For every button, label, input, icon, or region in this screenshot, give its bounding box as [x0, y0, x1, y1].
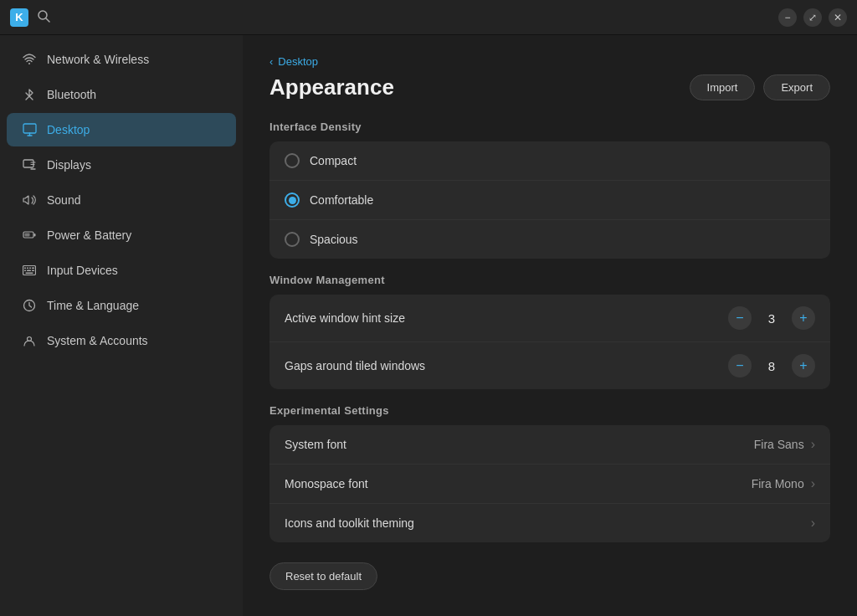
app-icon: K [10, 8, 28, 27]
sidebar-item-desktop[interactable]: Desktop [7, 113, 236, 146]
hint-size-row: Active window hint size − 3 + [269, 295, 830, 342]
system-font-row[interactable]: System font Fira Sans › [269, 425, 830, 465]
window-controls: − ⤢ ✕ [778, 8, 847, 27]
svg-rect-4 [23, 160, 33, 167]
icons-theming-label: Icons and toolkit theming [285, 516, 414, 530]
window-management-title: Window Management [269, 274, 830, 286]
reset-button[interactable]: Reset to default [269, 562, 377, 590]
export-button[interactable]: Export [763, 74, 830, 100]
radio-compact[interactable] [285, 153, 300, 168]
hint-size-label: Active window hint size [285, 311, 405, 325]
search-icon[interactable] [37, 9, 50, 26]
svg-rect-9 [24, 268, 26, 270]
mono-font-label: Monospace font [285, 477, 368, 490]
sidebar-item-time-label: Time & Language [47, 299, 139, 312]
gaps-label: Gaps around tiled windows [285, 359, 425, 372]
sidebar-item-sound-label: Sound [47, 193, 80, 207]
system-icon [22, 333, 37, 348]
sidebar-item-power[interactable]: Power & Battery [7, 218, 236, 252]
page-title: Appearance [269, 74, 394, 100]
system-font-label: System font [285, 438, 346, 451]
density-comfortable-label: Comfortable [310, 193, 373, 207]
input-icon [22, 263, 37, 278]
sidebar-item-system-label: System & Accounts [47, 334, 148, 347]
sound-icon [22, 192, 37, 208]
wifi-icon [22, 52, 37, 67]
close-button[interactable]: ✕ [829, 8, 847, 27]
radio-spacious[interactable] [285, 232, 300, 247]
minimize-button[interactable]: − [778, 8, 797, 27]
system-font-value: Fira Sans [754, 438, 804, 451]
displays-icon [22, 157, 37, 172]
gaps-value: 8 [763, 359, 780, 373]
hint-size-value: 3 [763, 311, 780, 326]
svg-rect-16 [26, 273, 33, 275]
mono-font-value: Fira Mono [752, 477, 804, 490]
interface-density-card: Compact Comfortable Spacious [269, 141, 830, 259]
sidebar-item-network-label: Network & Wireless [47, 53, 149, 66]
sidebar-item-displays-label: Displays [47, 158, 91, 172]
svg-rect-11 [29, 268, 31, 270]
main-layout: Network & Wireless Bluetooth [0, 35, 857, 616]
mono-font-row[interactable]: Monospace font Fira Mono › [269, 465, 830, 504]
page-header: Appearance Import Export [269, 74, 830, 100]
sidebar-item-network[interactable]: Network & Wireless [7, 43, 236, 76]
sidebar-item-displays[interactable]: Displays [7, 148, 236, 182]
sidebar-item-bluetooth[interactable]: Bluetooth [7, 78, 236, 111]
gaps-increase-button[interactable]: + [792, 354, 815, 377]
gaps-stepper: − 8 + [728, 354, 815, 377]
sidebar-item-sound[interactable]: Sound [7, 183, 236, 217]
density-spacious-label: Spacious [310, 233, 358, 246]
hint-size-increase-button[interactable]: + [792, 306, 815, 330]
sidebar-item-time[interactable]: Time & Language [7, 289, 236, 322]
time-icon [22, 298, 37, 313]
sidebar-item-power-label: Power & Battery [47, 228, 131, 242]
chevron-right-icon: › [811, 516, 815, 531]
svg-rect-6 [34, 234, 36, 237]
sidebar-item-desktop-label: Desktop [47, 123, 90, 136]
bluetooth-icon [22, 87, 37, 102]
density-compact-label: Compact [310, 154, 357, 167]
svg-rect-3 [23, 124, 36, 133]
svg-rect-7 [25, 234, 30, 237]
maximize-button[interactable]: ⤢ [803, 8, 822, 27]
breadcrumb-label: Desktop [278, 55, 318, 68]
window-management-card: Active window hint size − 3 + Gaps aroun… [269, 295, 830, 389]
svg-rect-14 [27, 270, 31, 272]
svg-line-1 [46, 18, 49, 22]
hint-size-stepper: − 3 + [728, 306, 815, 330]
gaps-decrease-button[interactable]: − [728, 354, 752, 377]
chevron-right-icon: › [811, 437, 815, 452]
svg-point-2 [28, 63, 30, 64]
radio-dot [289, 197, 296, 204]
system-font-value-group: Fira Sans › [754, 437, 815, 452]
sidebar-item-input[interactable]: Input Devices [7, 254, 236, 287]
svg-rect-10 [27, 268, 28, 270]
sidebar-item-bluetooth-label: Bluetooth [47, 88, 96, 101]
svg-rect-12 [32, 268, 34, 270]
density-option-spacious[interactable]: Spacious [269, 220, 830, 259]
gaps-row: Gaps around tiled windows − 8 + [269, 342, 830, 389]
breadcrumb-arrow: ‹ [269, 55, 273, 68]
radio-comfortable[interactable] [285, 192, 300, 208]
titlebar: K − ⤢ ✕ [0, 0, 857, 35]
mono-font-value-group: Fira Mono › [752, 476, 815, 491]
power-icon [22, 228, 37, 243]
sidebar: Network & Wireless Bluetooth [0, 35, 243, 616]
experimental-card: System font Fira Sans › Monospace font F… [269, 425, 830, 542]
sidebar-item-input-label: Input Devices [47, 264, 118, 277]
hint-size-decrease-button[interactable]: − [728, 306, 752, 330]
density-option-compact[interactable]: Compact [269, 141, 830, 181]
icons-theming-row[interactable]: Icons and toolkit theming › [269, 504, 830, 542]
desktop-icon [22, 122, 37, 137]
header-buttons: Import Export [690, 74, 830, 100]
breadcrumb[interactable]: ‹ Desktop [269, 55, 830, 68]
icons-theming-value-group: › [811, 516, 815, 531]
density-option-comfortable[interactable]: Comfortable [269, 181, 830, 220]
experimental-title: Experimental Settings [269, 404, 830, 417]
svg-rect-15 [32, 270, 34, 272]
titlebar-left: K [10, 8, 50, 27]
sidebar-item-system[interactable]: System & Accounts [7, 324, 236, 357]
interface-density-title: Interface Density [269, 121, 830, 133]
import-button[interactable]: Import [690, 74, 756, 100]
